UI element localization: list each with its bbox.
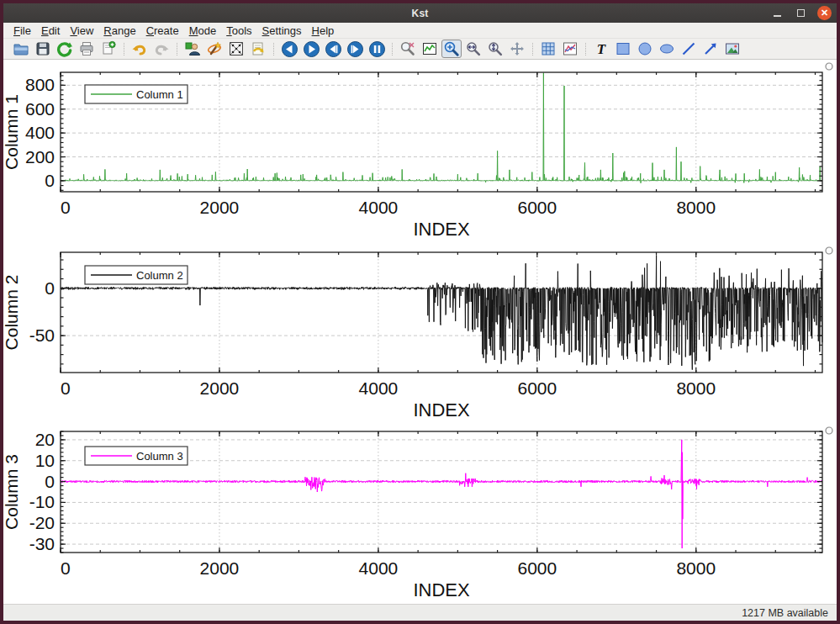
create-box-button[interactable] xyxy=(613,40,633,58)
toolbar: T xyxy=(3,39,837,60)
maximize-button[interactable] xyxy=(794,6,808,20)
create-line-button[interactable] xyxy=(679,40,699,58)
zoom-mode-button[interactable] xyxy=(441,40,462,58)
x-tick-label: 8000 xyxy=(676,558,716,578)
open-file-button[interactable] xyxy=(11,40,31,58)
x-tick-label: 6000 xyxy=(517,558,557,578)
export-png-button[interactable] xyxy=(98,40,119,58)
change-data-file-button[interactable] xyxy=(226,40,246,58)
svg-text:T: T xyxy=(597,41,606,57)
undo-icon xyxy=(131,40,148,57)
legend[interactable]: Column 3 xyxy=(85,447,188,465)
redo-button[interactable] xyxy=(151,40,172,58)
data-manager-button[interactable] xyxy=(182,40,203,58)
menu-file[interactable]: File xyxy=(8,24,36,38)
y-tick-label: -50 xyxy=(29,325,55,345)
move-pan-icon xyxy=(509,40,526,57)
text-tool-icon: T xyxy=(593,40,610,57)
zoom-previous-button[interactable] xyxy=(398,40,418,58)
reload-icon xyxy=(56,40,73,57)
plot-column1[interactable]: 020004000600080000200400600800INDEXColum… xyxy=(3,60,837,246)
y-tick-label: 10 xyxy=(35,451,55,470)
plot-handle-circle[interactable] xyxy=(826,247,832,254)
plot-column2[interactable]: 020004000600080000-50INDEXColumn 2Column… xyxy=(3,246,837,426)
read-to-end-button[interactable] xyxy=(345,40,365,58)
create-circle-button[interactable] xyxy=(635,40,655,58)
grid-table-icon xyxy=(540,40,557,57)
x-tick-label: 6000 xyxy=(517,198,557,217)
print-button[interactable] xyxy=(77,40,97,58)
ellipse-shape-icon xyxy=(658,40,675,57)
plot-handle-circle[interactable] xyxy=(826,63,832,70)
x-zoom-mode-button[interactable] xyxy=(463,40,483,58)
plot-column3[interactable]: 0200040006000800020100-10-20-30INDEXColu… xyxy=(3,426,837,604)
x-tick-label: 0 xyxy=(61,198,71,217)
layout-mode-button[interactable] xyxy=(507,40,527,58)
menu-mode[interactable]: Mode xyxy=(184,24,222,38)
data-wizard-button[interactable] xyxy=(204,40,225,58)
forward-one-screen-button[interactable] xyxy=(301,40,321,58)
count-from-end-button[interactable] xyxy=(323,40,343,58)
menu-help[interactable]: Help xyxy=(307,24,340,38)
menu-tools[interactable]: Tools xyxy=(221,24,256,38)
menu-view[interactable]: View xyxy=(65,24,98,38)
status-bar: 1217 MB available xyxy=(3,604,837,621)
legend-label: Column 1 xyxy=(136,88,183,101)
forward-arrow-icon xyxy=(303,40,320,58)
data-manager-icon xyxy=(184,40,201,57)
menu-settings[interactable]: Settings xyxy=(257,24,307,38)
create-picture-button[interactable] xyxy=(722,40,742,58)
menu-edit[interactable]: Edit xyxy=(36,24,65,38)
tied-zoom-button[interactable] xyxy=(420,40,440,58)
x-axis-label: INDEX xyxy=(413,579,470,600)
y-tick-label: 400 xyxy=(25,123,55,142)
x-tick-label: 0 xyxy=(61,378,71,398)
menu-create[interactable]: Create xyxy=(141,24,184,38)
close-button[interactable]: ✕ xyxy=(817,6,832,20)
y-tick-label: 20 xyxy=(35,430,55,449)
new-plot-icon xyxy=(562,40,578,57)
legend[interactable]: Column 2 xyxy=(85,266,188,284)
plot-handle-circle[interactable] xyxy=(826,427,832,434)
y-zoom-mode-button[interactable] xyxy=(485,40,505,58)
minimize-button[interactable] xyxy=(770,6,785,20)
toolbar-separator xyxy=(177,43,177,56)
data-matrix-icon xyxy=(228,40,245,57)
y-tick-label: 800 xyxy=(25,75,55,94)
legend-label: Column 3 xyxy=(136,450,183,463)
back-one-screen-button[interactable] xyxy=(279,40,299,58)
plot-view[interactable]: 020004000600080000200400600800INDEXColum… xyxy=(3,60,837,604)
menu-range[interactable]: Range xyxy=(98,24,140,38)
create-ellipse-button[interactable] xyxy=(657,40,677,58)
x-tick-label: 4000 xyxy=(359,378,399,398)
y-tick-label: 200 xyxy=(25,147,55,167)
skip-to-end-icon xyxy=(346,40,364,58)
sheet-refresh-icon xyxy=(250,40,267,57)
y-axis-label: Column 3 xyxy=(3,454,21,530)
create-plot-button[interactable] xyxy=(560,40,580,58)
save-button[interactable] xyxy=(33,40,53,58)
y-tick-label: -10 xyxy=(29,492,55,511)
menu-bar: File Edit View Range Create Mode Tools S… xyxy=(3,23,837,39)
y-axis-label: Column 2 xyxy=(3,275,21,351)
pause-button[interactable] xyxy=(367,40,387,58)
create-arrow-button[interactable] xyxy=(700,40,721,58)
legend[interactable]: Column 1 xyxy=(85,85,188,103)
change-data-ranges-button[interactable] xyxy=(248,40,268,58)
x-tick-label: 4000 xyxy=(359,198,399,217)
back-arrow-icon xyxy=(281,40,298,58)
undo-button[interactable] xyxy=(129,40,150,58)
pause-icon xyxy=(368,40,386,58)
toolbar-separator xyxy=(124,43,124,56)
x-tick-label: 4000 xyxy=(359,558,399,578)
reload-button[interactable] xyxy=(55,40,75,58)
y-tick-label: 0 xyxy=(45,278,55,298)
title-bar[interactable]: Kst ✕ xyxy=(3,3,837,23)
cleanup-layout-button[interactable] xyxy=(538,40,558,58)
floppy-save-icon xyxy=(34,40,51,57)
create-label-button[interactable]: T xyxy=(591,40,611,58)
x-tick-label: 8000 xyxy=(676,378,716,398)
redo-icon xyxy=(153,40,170,57)
open-folder-icon xyxy=(13,40,29,57)
window-controls: ✕ xyxy=(770,3,832,23)
